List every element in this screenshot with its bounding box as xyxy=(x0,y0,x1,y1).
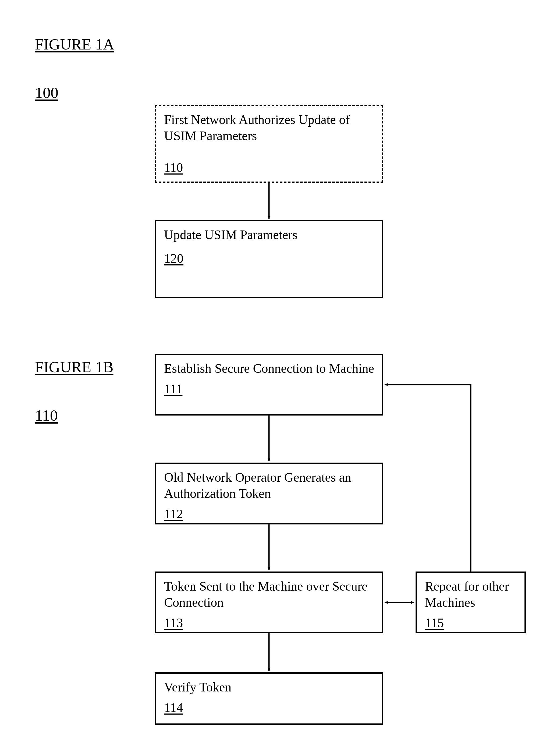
box-authorize-update: First Network Authorizes Update of USIM … xyxy=(155,105,383,183)
arrow-115-to-111-feedback xyxy=(385,385,471,572)
box-send-token: Token Sent to the Machine over Secure Co… xyxy=(155,572,383,633)
box-update-params-number: 120 xyxy=(164,251,183,266)
box-verify-token-number: 114 xyxy=(164,700,183,715)
box-repeat-machines: Repeat for other Machines 115 xyxy=(416,572,526,633)
figure-1b-ref-number: 110 xyxy=(35,406,58,425)
box-generate-token-text: Old Network Operator Generates an Author… xyxy=(164,469,375,502)
page: FIGURE 1A 100 First Network Authorizes U… xyxy=(0,0,546,756)
box-verify-token-text: Verify Token xyxy=(164,679,375,695)
box-repeat-machines-text: Repeat for other Machines xyxy=(425,578,517,611)
box-establish-connection-text: Establish Secure Connection to Machine xyxy=(164,360,375,377)
box-establish-connection: Establish Secure Connection to Machine 1… xyxy=(155,354,383,416)
box-verify-token: Verify Token 114 xyxy=(155,672,383,725)
box-generate-token: Old Network Operator Generates an Author… xyxy=(155,463,383,524)
box-send-token-number: 113 xyxy=(164,615,183,630)
figure-1b-heading: FIGURE 1B xyxy=(35,358,114,377)
box-authorize-update-number: 110 xyxy=(164,160,183,175)
box-update-params-text: Update USIM Parameters xyxy=(164,227,375,243)
figure-1a-heading: FIGURE 1A xyxy=(35,35,114,54)
box-authorize-update-text: First Network Authorizes Update of USIM … xyxy=(164,112,375,144)
box-establish-connection-number: 111 xyxy=(164,381,182,396)
box-send-token-text: Token Sent to the Machine over Secure Co… xyxy=(164,578,375,611)
figure-1a-ref-number: 100 xyxy=(35,83,58,102)
box-generate-token-number: 112 xyxy=(164,506,183,521)
box-repeat-machines-number: 115 xyxy=(425,615,444,630)
box-update-params: Update USIM Parameters 120 xyxy=(155,220,383,298)
